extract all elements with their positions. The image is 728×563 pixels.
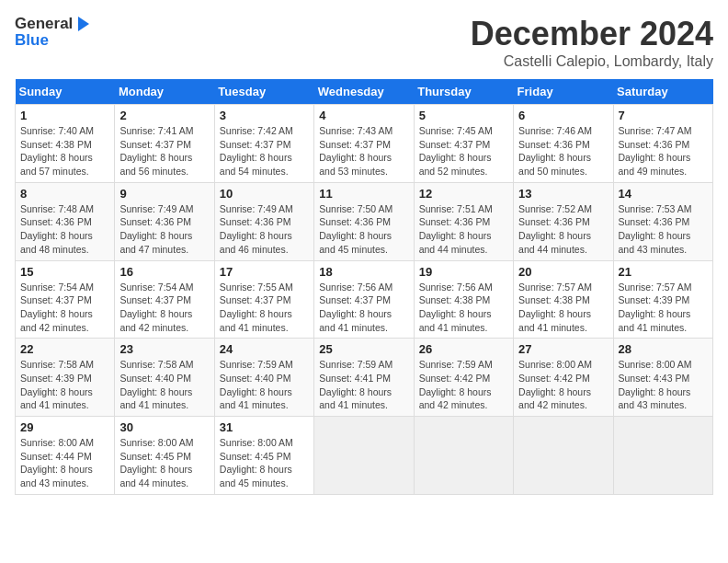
day-info: Sunrise: 8:00 AMSunset: 4:45 PMDaylight:… xyxy=(119,436,209,490)
logo-text-general: General xyxy=(15,15,73,33)
calendar-day-cell: 2Sunrise: 7:41 AMSunset: 4:37 PMDaylight… xyxy=(115,105,214,183)
day-number: 9 xyxy=(119,187,209,201)
day-number: 18 xyxy=(319,265,408,279)
header-monday: Monday xyxy=(115,79,214,105)
day-info: Sunrise: 7:52 AMSunset: 4:36 PMDaylight:… xyxy=(518,202,608,257)
day-info: Sunrise: 7:58 AMSunset: 4:40 PMDaylight:… xyxy=(119,358,209,412)
day-info: Sunrise: 7:57 AMSunset: 4:38 PMDaylight:… xyxy=(518,281,608,335)
day-number: 29 xyxy=(20,420,109,434)
day-info: Sunrise: 7:49 AMSunset: 4:36 PMDaylight:… xyxy=(119,202,209,257)
day-info: Sunrise: 7:59 AMSunset: 4:40 PMDaylight:… xyxy=(220,358,309,412)
day-info: Sunrise: 8:00 AMSunset: 4:45 PMDaylight:… xyxy=(220,436,309,490)
calendar-day-cell: 27Sunrise: 8:00 AMSunset: 4:42 PMDayligh… xyxy=(514,339,613,417)
calendar-day-cell xyxy=(514,417,613,495)
calendar-day-cell: 5Sunrise: 7:45 AMSunset: 4:37 PMDaylight… xyxy=(414,105,513,183)
day-info: Sunrise: 7:43 AMSunset: 4:37 PMDaylight:… xyxy=(319,124,408,178)
day-number: 21 xyxy=(619,265,708,279)
calendar-day-cell: 4Sunrise: 7:43 AMSunset: 4:37 PMDaylight… xyxy=(314,105,414,183)
calendar-day-cell: 14Sunrise: 7:53 AMSunset: 4:36 PMDayligh… xyxy=(613,182,712,260)
day-info: Sunrise: 7:57 AMSunset: 4:39 PMDaylight:… xyxy=(619,281,708,335)
calendar-day-cell: 31Sunrise: 8:00 AMSunset: 4:45 PMDayligh… xyxy=(214,417,313,495)
calendar-day-cell: 3Sunrise: 7:42 AMSunset: 4:37 PMDaylight… xyxy=(214,105,313,183)
calendar-table: Sunday Monday Tuesday Wednesday Thursday… xyxy=(15,79,713,495)
calendar-day-cell: 22Sunrise: 7:58 AMSunset: 4:39 PMDayligh… xyxy=(16,339,115,417)
calendar-day-cell: 21Sunrise: 7:57 AMSunset: 4:39 PMDayligh… xyxy=(613,260,712,339)
day-info: Sunrise: 7:47 AMSunset: 4:36 PMDaylight:… xyxy=(619,124,708,178)
day-info: Sunrise: 8:00 AMSunset: 4:43 PMDaylight:… xyxy=(619,358,708,412)
day-number: 13 xyxy=(518,187,608,201)
logo-graphic: General Blue xyxy=(15,15,93,50)
day-info: Sunrise: 7:55 AMSunset: 4:37 PMDaylight:… xyxy=(220,281,309,335)
calendar-day-cell xyxy=(613,417,712,495)
location-subtitle: Castelli Calepio, Lombardy, Italy xyxy=(471,53,713,70)
calendar-day-cell: 6Sunrise: 7:46 AMSunset: 4:36 PMDaylight… xyxy=(514,105,613,183)
day-info: Sunrise: 7:48 AMSunset: 4:36 PMDaylight:… xyxy=(20,202,109,257)
calendar-day-cell: 18Sunrise: 7:56 AMSunset: 4:37 PMDayligh… xyxy=(314,260,414,339)
header-sunday: Sunday xyxy=(16,79,115,105)
calendar-day-cell: 7Sunrise: 7:47 AMSunset: 4:36 PMDaylight… xyxy=(613,105,712,183)
day-number: 23 xyxy=(119,342,209,356)
day-number: 15 xyxy=(20,265,109,279)
calendar-day-cell xyxy=(414,417,513,495)
calendar-day-cell: 10Sunrise: 7:49 AMSunset: 4:36 PMDayligh… xyxy=(214,182,313,260)
day-info: Sunrise: 7:54 AMSunset: 4:37 PMDaylight:… xyxy=(119,281,209,335)
day-number: 2 xyxy=(119,109,209,122)
calendar-week-row: 29Sunrise: 8:00 AMSunset: 4:44 PMDayligh… xyxy=(16,417,713,495)
calendar-day-cell: 25Sunrise: 7:59 AMSunset: 4:41 PMDayligh… xyxy=(314,339,414,417)
day-info: Sunrise: 8:00 AMSunset: 4:44 PMDaylight:… xyxy=(20,436,109,490)
day-info: Sunrise: 7:42 AMSunset: 4:37 PMDaylight:… xyxy=(220,124,309,178)
calendar-day-cell: 20Sunrise: 7:57 AMSunset: 4:38 PMDayligh… xyxy=(514,260,613,339)
calendar-day-cell: 19Sunrise: 7:56 AMSunset: 4:38 PMDayligh… xyxy=(414,260,513,339)
day-info: Sunrise: 7:54 AMSunset: 4:37 PMDaylight:… xyxy=(20,281,109,335)
month-title: December 2024 xyxy=(471,15,713,53)
calendar-day-cell: 8Sunrise: 7:48 AMSunset: 4:36 PMDaylight… xyxy=(16,182,115,260)
day-number: 26 xyxy=(419,342,508,356)
day-number: 28 xyxy=(619,342,708,356)
day-number: 12 xyxy=(419,187,508,201)
day-number: 4 xyxy=(319,109,408,122)
calendar-day-cell: 15Sunrise: 7:54 AMSunset: 4:37 PMDayligh… xyxy=(16,260,115,339)
calendar-week-row: 1Sunrise: 7:40 AMSunset: 4:38 PMDaylight… xyxy=(16,105,713,183)
calendar-day-cell: 17Sunrise: 7:55 AMSunset: 4:37 PMDayligh… xyxy=(214,260,313,339)
calendar-week-row: 22Sunrise: 7:58 AMSunset: 4:39 PMDayligh… xyxy=(16,339,713,417)
calendar-day-cell: 13Sunrise: 7:52 AMSunset: 4:36 PMDayligh… xyxy=(514,182,613,260)
header-friday: Friday xyxy=(514,79,613,105)
header-thursday: Thursday xyxy=(414,79,513,105)
day-number: 3 xyxy=(220,109,309,122)
day-number: 16 xyxy=(119,265,209,279)
header-wednesday: Wednesday xyxy=(314,79,414,105)
calendar-day-cell: 9Sunrise: 7:49 AMSunset: 4:36 PMDaylight… xyxy=(115,182,214,260)
day-number: 27 xyxy=(518,342,608,356)
day-number: 10 xyxy=(220,187,309,201)
day-number: 1 xyxy=(20,109,109,122)
day-info: Sunrise: 7:59 AMSunset: 4:41 PMDaylight:… xyxy=(319,358,408,412)
calendar-week-row: 8Sunrise: 7:48 AMSunset: 4:36 PMDaylight… xyxy=(16,182,713,260)
day-info: Sunrise: 7:40 AMSunset: 4:38 PMDaylight:… xyxy=(20,124,109,178)
calendar-day-cell: 30Sunrise: 8:00 AMSunset: 4:45 PMDayligh… xyxy=(115,417,214,495)
day-number: 5 xyxy=(419,109,508,122)
calendar-week-row: 15Sunrise: 7:54 AMSunset: 4:37 PMDayligh… xyxy=(16,260,713,339)
calendar-header-row: Sunday Monday Tuesday Wednesday Thursday… xyxy=(16,79,713,105)
calendar-day-cell: 12Sunrise: 7:51 AMSunset: 4:36 PMDayligh… xyxy=(414,182,513,260)
day-number: 6 xyxy=(518,109,608,122)
logo-text-blue: Blue xyxy=(15,31,49,50)
day-number: 11 xyxy=(319,187,408,201)
day-number: 8 xyxy=(20,187,109,201)
day-info: Sunrise: 7:58 AMSunset: 4:39 PMDaylight:… xyxy=(20,358,109,412)
header: General Blue December 2024 Castelli Cale… xyxy=(15,15,713,70)
header-saturday: Saturday xyxy=(613,79,712,105)
day-number: 7 xyxy=(619,109,708,122)
logo-arrow-icon xyxy=(74,15,93,33)
day-number: 25 xyxy=(319,342,408,356)
title-area: December 2024 Castelli Calepio, Lombardy… xyxy=(471,15,713,70)
svg-marker-0 xyxy=(78,17,89,31)
day-number: 22 xyxy=(20,342,109,356)
day-number: 17 xyxy=(220,265,309,279)
day-number: 24 xyxy=(220,342,309,356)
day-info: Sunrise: 7:51 AMSunset: 4:36 PMDaylight:… xyxy=(419,202,508,257)
calendar-day-cell: 23Sunrise: 7:58 AMSunset: 4:40 PMDayligh… xyxy=(115,339,214,417)
day-info: Sunrise: 7:41 AMSunset: 4:37 PMDaylight:… xyxy=(119,124,209,178)
day-info: Sunrise: 7:45 AMSunset: 4:37 PMDaylight:… xyxy=(419,124,508,178)
calendar-day-cell: 11Sunrise: 7:50 AMSunset: 4:36 PMDayligh… xyxy=(314,182,414,260)
logo: General Blue xyxy=(15,15,93,50)
